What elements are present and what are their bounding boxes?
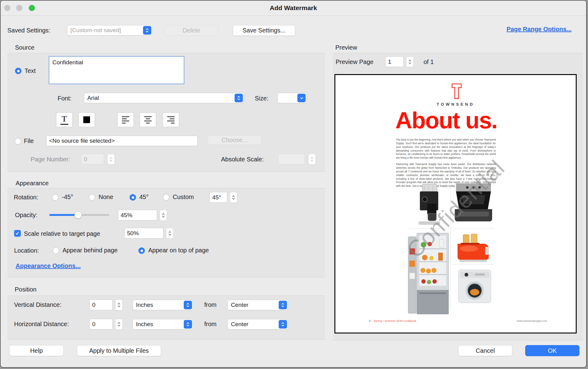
vertical-distance-stepper[interactable]	[115, 299, 123, 311]
stepper-updown-icon	[232, 195, 235, 200]
ok-button[interactable]: OK	[525, 345, 579, 356]
text-style-button[interactable]: T	[56, 112, 73, 127]
opacity-stepper[interactable]	[160, 210, 167, 221]
align-center-button[interactable]	[140, 112, 156, 127]
absolute-scale-label: Absolute Scale:	[221, 156, 264, 163]
delete-button[interactable]: Delete	[164, 25, 218, 36]
rotation-stepper[interactable]	[230, 192, 237, 203]
page-number-label: Page Number:	[31, 156, 70, 163]
saved-settings-label: Saved Settings:	[7, 27, 50, 34]
horizontal-distance-stepper[interactable]	[115, 319, 123, 330]
rotation-minus45-radio[interactable]	[52, 194, 58, 201]
opacity-value-input[interactable]	[118, 210, 157, 220]
title-bar: Add Watermark	[1, 1, 586, 16]
stepper-updown-icon	[310, 156, 314, 162]
file-radio[interactable]	[15, 138, 21, 145]
rotation-none-radio[interactable]	[89, 194, 95, 201]
rotation-45-label: 45°	[139, 194, 149, 201]
horizontal-unit-value: Inches	[133, 321, 183, 328]
scale-value-input[interactable]	[124, 228, 164, 239]
chevron-updown-icon	[279, 301, 287, 309]
preview-page-stepper[interactable]	[406, 56, 414, 67]
washing-machine-image	[457, 268, 492, 304]
opacity-slider-fill	[49, 214, 78, 216]
vertical-from-label: from	[204, 301, 217, 308]
saved-settings-value: [Custom-not saved]	[67, 27, 142, 34]
townsend-logo-icon	[450, 83, 463, 100]
opacity-slider-thumb[interactable]	[74, 211, 82, 219]
stepper-updown-icon	[117, 302, 121, 308]
scale-relative-checkbox[interactable]: ✓	[14, 230, 21, 237]
align-left-button[interactable]	[117, 112, 134, 127]
checkmark-icon: ✓	[15, 231, 19, 236]
vertical-anchor-value: Center	[228, 302, 278, 308]
save-settings-button[interactable]: Save Settings...	[233, 25, 295, 36]
help-button[interactable]: Help	[9, 345, 64, 356]
document-footer-title: Spring / Summer 2020 Lookbook	[374, 319, 416, 322]
document-footer-left: 2Spring / Summer 2020 Lookbook	[369, 319, 416, 322]
chevron-updown-icon	[235, 94, 243, 102]
stepper-updown-icon	[162, 213, 165, 218]
stepper-updown-icon	[408, 59, 412, 65]
vertical-unit-select[interactable]: Inches	[133, 300, 193, 310]
scale-stepper[interactable]	[166, 228, 174, 239]
file-radio-label: File	[24, 137, 34, 145]
cancel-button[interactable]: Cancel	[458, 345, 512, 356]
source-heading: Source	[15, 44, 34, 51]
saved-settings-select[interactable]: [Custom-not saved]	[67, 25, 152, 36]
chevron-updown-icon	[143, 26, 151, 35]
rotation-minus45-label: -45°	[62, 194, 73, 201]
align-right-button[interactable]	[163, 112, 179, 127]
appearance-heading: Appearance	[16, 180, 49, 187]
location-on-top-label: Appear on top of page	[148, 247, 209, 254]
rotation-value-input[interactable]	[209, 192, 227, 203]
text-radio-label: Text	[24, 67, 36, 74]
absolute-scale-stepper[interactable]	[308, 154, 316, 165]
preview-page-label: Preview Page	[336, 58, 373, 66]
vertical-distance-label: Vertical Distance:	[14, 301, 62, 308]
preview-page-input[interactable]	[385, 56, 404, 67]
chevron-updown-icon	[184, 301, 192, 309]
horizontal-distance-label: Horizontal Distance:	[14, 321, 69, 328]
page-number-input[interactable]	[81, 154, 104, 164]
font-select[interactable]: Arial	[84, 93, 244, 103]
watermark-text-input[interactable]: Confidential	[49, 56, 184, 84]
text-color-swatch[interactable]	[78, 112, 95, 127]
choose-button[interactable]: Choose...	[208, 135, 262, 145]
horizontal-distance-input[interactable]	[89, 319, 113, 329]
position-heading: Position	[15, 286, 36, 293]
horizontal-from-label: from	[204, 321, 217, 328]
stepper-updown-icon	[168, 231, 172, 236]
font-label: Font:	[58, 95, 72, 102]
rotation-none-label: None	[99, 194, 113, 201]
page-range-options-link[interactable]: Page Range Options...	[507, 26, 571, 33]
color-swatch-icon	[83, 116, 90, 123]
location-behind-radio[interactable]	[53, 247, 59, 254]
size-combo[interactable]	[277, 93, 307, 103]
add-watermark-dialog: Add Watermark Saved Settings: [Custom-no…	[0, 0, 587, 368]
horizontal-anchor-value: Center	[228, 321, 278, 328]
preview-document-page: TOWNSEND About us. The best is just the …	[334, 74, 577, 333]
file-path-input[interactable]	[46, 136, 198, 146]
apply-to-multiple-files-button[interactable]: Apply to Multiple Files	[77, 345, 161, 356]
location-on-top-radio[interactable]	[138, 247, 145, 254]
absolute-scale-input[interactable]	[278, 154, 305, 164]
rotation-45-radio[interactable]	[130, 194, 136, 201]
document-paragraph: The best is just the beginning. And that…	[396, 138, 496, 160]
appearance-options-link[interactable]: Appearance Options...	[16, 262, 81, 269]
stepper-updown-icon	[117, 322, 121, 327]
align-left-icon	[121, 115, 130, 124]
rotation-custom-radio[interactable]	[163, 194, 169, 201]
preview-page-count: of 1	[424, 58, 434, 66]
opacity-label: Opacity:	[15, 212, 37, 219]
page-number-stepper[interactable]	[107, 154, 115, 165]
horizontal-unit-select[interactable]: Inches	[133, 319, 193, 329]
vertical-distance-input[interactable]	[89, 299, 113, 310]
horizontal-anchor-select[interactable]: Center	[228, 319, 288, 329]
location-behind-label: Appear behind page	[62, 247, 118, 254]
grid-divider	[452, 264, 494, 265]
text-radio[interactable]	[15, 68, 21, 74]
vertical-anchor-select[interactable]: Center	[228, 300, 288, 310]
stepper-updown-icon	[109, 156, 113, 162]
rotation-custom-label: Custom	[173, 194, 194, 201]
